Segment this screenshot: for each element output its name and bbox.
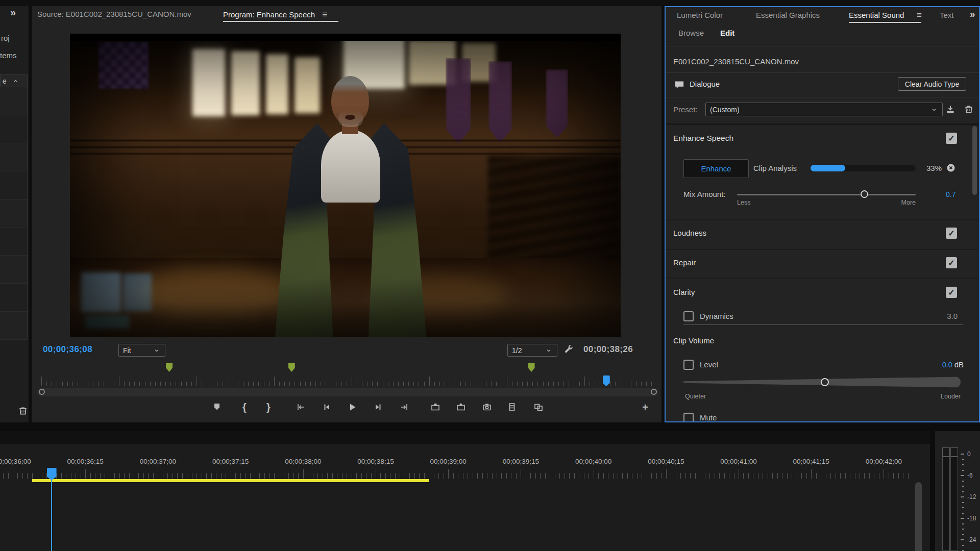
go-to-in-button[interactable]	[293, 400, 308, 414]
work-area-bar[interactable]	[32, 479, 429, 482]
delete-preset-trash-icon[interactable]	[963, 104, 974, 115]
mark-in-button[interactable]: {	[237, 400, 252, 414]
project-list-row[interactable]	[0, 256, 28, 284]
program-tab-label: Program: Enhance Speech	[223, 10, 315, 19]
level-min-label: Quieter	[685, 393, 706, 400]
loudness-section-label: Loudness	[673, 229, 706, 237]
clip-marker[interactable]	[288, 363, 295, 372]
program-monitor-menu-icon[interactable]: ≡	[322, 10, 327, 19]
tab-essential-sound[interactable]: Essential Sound	[849, 11, 904, 19]
dynamics-value[interactable]: 3.0	[941, 312, 958, 320]
comparison-view-button[interactable]	[531, 400, 546, 414]
loudness-checkbox[interactable]: ✓	[946, 228, 957, 239]
mark-out-button[interactable]: }	[261, 400, 276, 414]
meter-scale-label: -18	[967, 515, 976, 522]
ruler-timecode-label: 00;00;40;00	[575, 458, 611, 465]
subtab-browse[interactable]: Browse	[678, 29, 704, 37]
premiere-app: » roj tems e Source: E001C002_230815CU_C…	[0, 0, 980, 551]
dynamics-checkbox[interactable]	[683, 311, 694, 321]
timeline-playhead[interactable]	[47, 468, 57, 480]
level-checkbox[interactable]	[683, 360, 694, 370]
go-to-out-button[interactable]	[397, 400, 411, 414]
project-panel-clipped: » roj tems e	[0, 6, 29, 422]
tab-lumetri-color[interactable]: Lumetri Color	[677, 11, 723, 19]
meter-clip-indicator-left	[942, 447, 950, 457]
ruler-timecode-label: 00;00;39;00	[430, 458, 467, 465]
duration-timecode: 00;00;38;26	[583, 344, 633, 355]
project-list-row[interactable]	[0, 115, 28, 143]
project-list-row[interactable]	[0, 284, 28, 312]
expand-panel-icon[interactable]: »	[10, 7, 15, 18]
cancel-analysis-icon[interactable]	[946, 163, 956, 173]
step-forward-button[interactable]	[371, 400, 385, 414]
panel-scrollbar[interactable]	[972, 126, 977, 195]
program-video-display[interactable]	[70, 34, 621, 337]
project-list-row[interactable]	[0, 143, 28, 171]
chevron-down-icon	[153, 346, 161, 355]
mix-amount-handle[interactable]	[861, 190, 868, 198]
tab-source-monitor[interactable]: Source: E001C002_230815CU_CANON.mov	[37, 10, 191, 18]
level-label: Level	[700, 360, 718, 369]
clip-marker[interactable]	[528, 363, 535, 372]
mix-min-label: Less	[737, 199, 750, 206]
tab-program-monitor[interactable]: Program: Enhance Speech≡	[223, 10, 327, 20]
monitor-mini-ruler[interactable]	[37, 377, 658, 387]
enhance-speech-checkbox[interactable]: ✓	[946, 133, 957, 144]
meter-scale-label: -24	[967, 536, 976, 543]
trash-icon[interactable]	[17, 405, 29, 416]
clarity-checkbox[interactable]: ✓	[946, 287, 957, 298]
play-button[interactable]	[345, 400, 359, 414]
column-header-name[interactable]: e	[0, 74, 28, 87]
level-unit: dB	[954, 360, 964, 369]
meter-bar-right	[950, 457, 958, 551]
project-list-row[interactable]	[0, 199, 28, 228]
monitor-zoom-scrollbar[interactable]	[37, 388, 658, 396]
project-name-clipped: roj	[1, 34, 10, 42]
ruler-timecode-label: 00;00;36;00	[0, 458, 31, 465]
level-value-group[interactable]: 0.0 dB	[931, 360, 964, 369]
chevron-down-icon	[930, 106, 938, 114]
button-editor-button[interactable]: +	[638, 400, 652, 414]
step-back-button[interactable]	[320, 400, 334, 414]
mute-label: Mute	[700, 413, 717, 422]
clear-audio-type-button[interactable]: Clear Audio Type	[898, 77, 966, 91]
mix-amount-value[interactable]: 0.7	[946, 190, 955, 198]
preset-value: (Custom)	[710, 106, 740, 114]
timeline-vertical-scrollbar[interactable]	[915, 482, 922, 551]
lift-button[interactable]	[428, 400, 443, 414]
repair-checkbox[interactable]: ✓	[946, 257, 957, 268]
save-preset-icon[interactable]	[945, 104, 956, 115]
mute-checkbox[interactable]	[683, 413, 694, 422]
zoom-level-select[interactable]: Fit	[118, 344, 165, 357]
playback-resolution-select[interactable]: 1/2	[507, 344, 557, 357]
extract-button[interactable]	[454, 400, 468, 414]
level-handle[interactable]	[821, 378, 829, 386]
clarity-section-label: Clarity	[673, 288, 695, 296]
add-marker-button[interactable]	[210, 400, 224, 414]
export-frame-button[interactable]	[480, 400, 494, 414]
enhance-button[interactable]: Enhance	[683, 159, 749, 178]
clip-marker[interactable]	[166, 363, 173, 372]
scrollbar-right-handle[interactable]	[651, 389, 657, 395]
panel-menu-icon[interactable]: ≡	[917, 10, 922, 20]
current-timecode[interactable]: 00;00;36;08	[43, 344, 92, 355]
preset-select[interactable]: (Custom)	[705, 103, 943, 116]
settings-wrench-icon[interactable]	[564, 344, 574, 354]
dynamics-underline	[683, 324, 963, 325]
meter-bar-left	[942, 457, 950, 551]
project-list-row[interactable]	[0, 87, 28, 115]
tab-text[interactable]: Text	[940, 11, 954, 19]
mix-amount-slider[interactable]	[737, 194, 916, 195]
ruler-timecode-label: 00;00;38;00	[285, 458, 321, 465]
project-item-list[interactable]	[0, 87, 28, 338]
monitor-controls: 00;00;36;08 Fit 1/2 00;00;38;26	[32, 343, 662, 358]
subtab-edit[interactable]: Edit	[720, 29, 734, 37]
project-list-row[interactable]	[0, 312, 28, 340]
insert-button[interactable]	[505, 400, 519, 414]
overflow-panels-icon[interactable]: »	[970, 9, 974, 20]
preset-label: Preset:	[673, 105, 698, 114]
project-list-row[interactable]	[0, 171, 28, 199]
tab-essential-graphics[interactable]: Essential Graphics	[756, 11, 820, 19]
project-list-row[interactable]	[0, 228, 28, 256]
scrollbar-left-handle[interactable]	[39, 389, 45, 395]
